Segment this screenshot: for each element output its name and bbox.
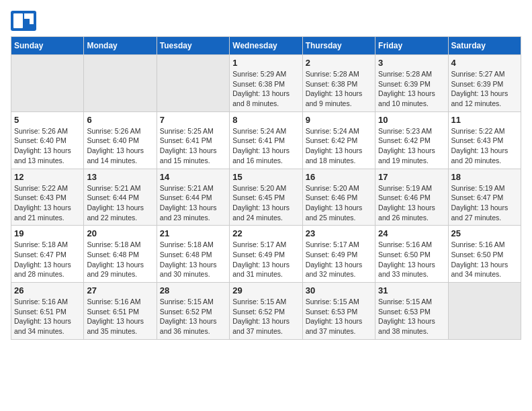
table-cell: 21Sunrise: 5:18 AM Sunset: 6:48 PM Dayli…: [157, 226, 229, 283]
day-info: Sunrise: 5:15 AM Sunset: 6:53 PM Dayligh…: [378, 297, 445, 336]
table-cell: 19Sunrise: 5:18 AM Sunset: 6:47 PM Dayli…: [11, 226, 84, 283]
table-cell: [448, 283, 521, 340]
day-number: 28: [160, 285, 226, 295]
table-cell: 4Sunrise: 5:27 AM Sunset: 6:39 PM Daylig…: [448, 55, 521, 112]
day-number: 14: [160, 172, 226, 182]
table-cell: 30Sunrise: 5:15 AM Sunset: 6:53 PM Dayli…: [302, 283, 375, 340]
day-info: Sunrise: 5:21 AM Sunset: 6:44 PM Dayligh…: [87, 183, 153, 223]
day-info: Sunrise: 5:16 AM Sunset: 6:51 PM Dayligh…: [87, 297, 153, 336]
table-cell: [11, 55, 84, 112]
table-cell: 22Sunrise: 5:17 AM Sunset: 6:49 PM Dayli…: [230, 226, 302, 283]
day-number: 26: [14, 285, 81, 295]
day-info: Sunrise: 5:18 AM Sunset: 6:48 PM Dayligh…: [87, 240, 153, 279]
day-number: 10: [378, 115, 445, 125]
calendar-table: SundayMondayTuesdayWednesdayThursdayFrid…: [11, 36, 521, 340]
day-info: Sunrise: 5:15 AM Sunset: 6:52 PM Dayligh…: [232, 297, 299, 336]
table-cell: 20Sunrise: 5:18 AM Sunset: 6:48 PM Dayli…: [84, 226, 157, 283]
day-info: Sunrise: 5:18 AM Sunset: 6:47 PM Dayligh…: [14, 240, 81, 279]
table-cell: 18Sunrise: 5:19 AM Sunset: 6:47 PM Dayli…: [448, 169, 521, 226]
table-cell: 11Sunrise: 5:22 AM Sunset: 6:43 PM Dayli…: [448, 111, 521, 169]
week-row-3: 12Sunrise: 5:22 AM Sunset: 6:43 PM Dayli…: [11, 169, 521, 226]
weekday-header-wednesday: Wednesday: [230, 37, 302, 55]
day-info: Sunrise: 5:18 AM Sunset: 6:48 PM Dayligh…: [160, 240, 226, 279]
day-info: Sunrise: 5:24 AM Sunset: 6:41 PM Dayligh…: [232, 126, 299, 166]
week-row-5: 26Sunrise: 5:16 AM Sunset: 6:51 PM Dayli…: [11, 283, 521, 340]
day-info: Sunrise: 5:21 AM Sunset: 6:44 PM Dayligh…: [160, 183, 226, 223]
day-info: Sunrise: 5:19 AM Sunset: 6:46 PM Dayligh…: [378, 183, 445, 223]
day-number: 21: [160, 228, 226, 238]
table-cell: 27Sunrise: 5:16 AM Sunset: 6:51 PM Dayli…: [84, 283, 157, 340]
logo: [11, 11, 39, 31]
week-row-2: 5Sunrise: 5:26 AM Sunset: 6:40 PM Daylig…: [11, 111, 521, 169]
table-cell: 5Sunrise: 5:26 AM Sunset: 6:40 PM Daylig…: [11, 111, 84, 169]
weekday-header-thursday: Thursday: [302, 37, 375, 55]
day-number: 27: [87, 285, 153, 295]
table-cell: 2Sunrise: 5:28 AM Sunset: 6:38 PM Daylig…: [302, 55, 375, 112]
day-info: Sunrise: 5:20 AM Sunset: 6:46 PM Dayligh…: [306, 183, 372, 223]
day-info: Sunrise: 5:16 AM Sunset: 6:50 PM Dayligh…: [378, 240, 445, 279]
day-number: 24: [378, 228, 445, 238]
day-info: Sunrise: 5:24 AM Sunset: 6:42 PM Dayligh…: [306, 126, 372, 166]
day-number: 7: [160, 115, 226, 125]
day-info: Sunrise: 5:17 AM Sunset: 6:49 PM Dayligh…: [232, 240, 299, 279]
day-number: 23: [306, 228, 372, 238]
table-cell: 31Sunrise: 5:15 AM Sunset: 6:53 PM Dayli…: [375, 283, 448, 340]
table-cell: 25Sunrise: 5:16 AM Sunset: 6:50 PM Dayli…: [448, 226, 521, 283]
weekday-header-row: SundayMondayTuesdayWednesdayThursdayFrid…: [11, 37, 521, 55]
weekday-header-saturday: Saturday: [448, 37, 521, 55]
table-cell: 28Sunrise: 5:15 AM Sunset: 6:52 PM Dayli…: [157, 283, 229, 340]
day-info: Sunrise: 5:26 AM Sunset: 6:40 PM Dayligh…: [87, 126, 153, 166]
day-number: 3: [378, 58, 445, 68]
day-info: Sunrise: 5:17 AM Sunset: 6:49 PM Dayligh…: [306, 240, 372, 279]
day-number: 19: [14, 228, 81, 238]
weekday-header-friday: Friday: [375, 37, 448, 55]
day-number: 17: [378, 172, 445, 182]
table-cell: 29Sunrise: 5:15 AM Sunset: 6:52 PM Dayli…: [230, 283, 302, 340]
day-info: Sunrise: 5:25 AM Sunset: 6:41 PM Dayligh…: [160, 126, 226, 166]
table-cell: 17Sunrise: 5:19 AM Sunset: 6:46 PM Dayli…: [375, 169, 448, 226]
day-number: 12: [14, 172, 81, 182]
calendar-body: 1Sunrise: 5:29 AM Sunset: 6:38 PM Daylig…: [11, 55, 521, 340]
day-info: Sunrise: 5:19 AM Sunset: 6:47 PM Dayligh…: [451, 183, 518, 223]
day-number: 9: [306, 115, 372, 125]
day-info: Sunrise: 5:27 AM Sunset: 6:39 PM Dayligh…: [451, 69, 518, 109]
calendar-header: SundayMondayTuesdayWednesdayThursdayFrid…: [11, 37, 521, 55]
table-cell: 8Sunrise: 5:24 AM Sunset: 6:41 PM Daylig…: [230, 111, 302, 169]
table-cell: 6Sunrise: 5:26 AM Sunset: 6:40 PM Daylig…: [84, 111, 157, 169]
day-info: Sunrise: 5:29 AM Sunset: 6:38 PM Dayligh…: [232, 69, 299, 109]
day-number: 30: [306, 285, 372, 295]
day-number: 11: [451, 115, 518, 125]
table-cell: 14Sunrise: 5:21 AM Sunset: 6:44 PM Dayli…: [157, 169, 229, 226]
day-info: Sunrise: 5:28 AM Sunset: 6:38 PM Dayligh…: [306, 69, 372, 109]
table-cell: 3Sunrise: 5:28 AM Sunset: 6:39 PM Daylig…: [375, 55, 448, 112]
day-info: Sunrise: 5:16 AM Sunset: 6:50 PM Dayligh…: [451, 240, 518, 279]
day-number: 13: [87, 172, 153, 182]
weekday-header-monday: Monday: [84, 37, 157, 55]
day-number: 8: [232, 115, 299, 125]
day-number: 2: [306, 58, 372, 68]
table-cell: 15Sunrise: 5:20 AM Sunset: 6:45 PM Dayli…: [230, 169, 302, 226]
day-number: 4: [451, 58, 518, 68]
day-number: 18: [451, 172, 518, 182]
svg-rect-2: [13, 13, 23, 28]
day-info: Sunrise: 5:23 AM Sunset: 6:42 PM Dayligh…: [378, 126, 445, 166]
table-cell: [84, 55, 157, 112]
day-number: 15: [232, 172, 299, 182]
weekday-header-sunday: Sunday: [11, 37, 84, 55]
day-number: 1: [232, 58, 299, 68]
day-number: 20: [87, 228, 153, 238]
table-cell: 23Sunrise: 5:17 AM Sunset: 6:49 PM Dayli…: [302, 226, 375, 283]
day-info: Sunrise: 5:22 AM Sunset: 6:43 PM Dayligh…: [451, 126, 518, 166]
week-row-4: 19Sunrise: 5:18 AM Sunset: 6:47 PM Dayli…: [11, 226, 521, 283]
day-info: Sunrise: 5:15 AM Sunset: 6:53 PM Dayligh…: [306, 297, 372, 336]
day-number: 16: [306, 172, 372, 182]
table-cell: 13Sunrise: 5:21 AM Sunset: 6:44 PM Dayli…: [84, 169, 157, 226]
logo-icon: [11, 11, 36, 31]
day-number: 25: [451, 228, 518, 238]
table-cell: 1Sunrise: 5:29 AM Sunset: 6:38 PM Daylig…: [230, 55, 302, 112]
table-cell: 26Sunrise: 5:16 AM Sunset: 6:51 PM Dayli…: [11, 283, 84, 340]
table-cell: 9Sunrise: 5:24 AM Sunset: 6:42 PM Daylig…: [302, 111, 375, 169]
day-number: 22: [232, 228, 299, 238]
day-info: Sunrise: 5:20 AM Sunset: 6:45 PM Dayligh…: [232, 183, 299, 223]
table-cell: 16Sunrise: 5:20 AM Sunset: 6:46 PM Dayli…: [302, 169, 375, 226]
